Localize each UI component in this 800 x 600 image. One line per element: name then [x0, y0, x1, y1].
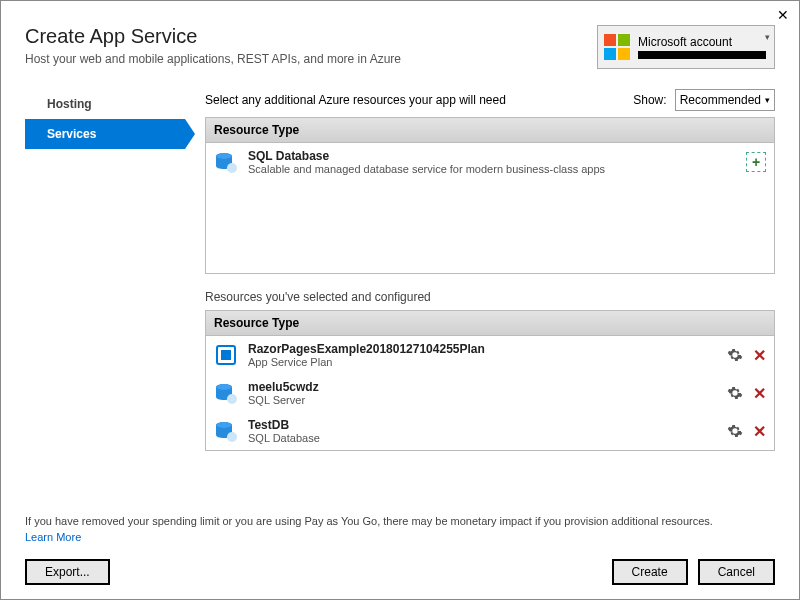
resource-desc: SQL Server [248, 394, 727, 406]
selected-resource-row: RazorPagesExample20180127104255Plan App … [206, 336, 774, 374]
resource-title: RazorPagesExample20180127104255Plan [248, 342, 727, 356]
resource-title: TestDB [248, 418, 727, 432]
selected-resource-row: TestDB SQL Database ✕ [206, 412, 774, 450]
available-resource-row[interactable]: SQL Database Scalable and managed databa… [206, 143, 774, 181]
gear-icon[interactable] [727, 347, 743, 363]
svg-rect-4 [221, 350, 231, 360]
svg-point-2 [227, 163, 237, 173]
account-label: Microsoft account [638, 35, 766, 49]
chevron-down-icon: ▾ [765, 32, 770, 42]
remove-icon[interactable]: ✕ [753, 384, 766, 403]
sql-database-icon [214, 419, 238, 443]
resource-desc: App Service Plan [248, 356, 727, 368]
sidebar: Hosting Services [25, 89, 185, 467]
sql-database-icon [214, 150, 238, 174]
show-filter-value: Recommended [680, 93, 761, 107]
create-button[interactable]: Create [612, 559, 688, 585]
show-filter-dropdown[interactable]: Recommended ▾ [675, 89, 775, 111]
intro-text: Select any additional Azure resources yo… [205, 93, 506, 107]
add-resource-button[interactable]: + [746, 152, 766, 172]
page-title: Create App Service [25, 25, 401, 48]
remove-icon[interactable]: ✕ [753, 422, 766, 441]
resource-desc: SQL Database [248, 432, 727, 444]
selected-resource-row: meelu5cwdz SQL Server ✕ [206, 374, 774, 412]
app-service-plan-icon [214, 343, 238, 367]
remove-icon[interactable]: ✕ [753, 346, 766, 365]
learn-more-link[interactable]: Learn More [25, 531, 81, 543]
available-resources-panel: Resource Type SQL Database Scalable and … [205, 117, 775, 274]
microsoft-logo-icon [604, 34, 630, 60]
svg-point-1 [216, 153, 232, 159]
resource-title: meelu5cwdz [248, 380, 727, 394]
nav-item-services[interactable]: Services [25, 119, 185, 149]
svg-point-9 [216, 422, 232, 428]
available-resources-header: Resource Type [206, 118, 774, 143]
gear-icon[interactable] [727, 423, 743, 439]
resource-title: SQL Database [248, 149, 746, 163]
close-icon[interactable]: ✕ [777, 7, 789, 23]
svg-point-10 [227, 432, 237, 442]
chevron-down-icon: ▾ [765, 95, 770, 105]
page-subtitle: Host your web and mobile applications, R… [25, 52, 401, 66]
selected-resources-panel: Resource Type RazorPagesExample201801271… [205, 310, 775, 451]
selected-resources-header: Resource Type [206, 311, 774, 336]
resource-desc: Scalable and managed database service fo… [248, 163, 746, 175]
account-email-redacted [638, 51, 766, 59]
disclaimer-text: If you have removed your spending limit … [25, 515, 775, 527]
cancel-button[interactable]: Cancel [698, 559, 775, 585]
show-label: Show: [633, 93, 666, 107]
svg-point-7 [227, 394, 237, 404]
sql-server-icon [214, 381, 238, 405]
gear-icon[interactable] [727, 385, 743, 401]
nav-item-hosting[interactable]: Hosting [25, 89, 185, 119]
selected-section-label: Resources you've selected and configured [205, 290, 775, 304]
svg-point-6 [216, 384, 232, 390]
account-dropdown[interactable]: Microsoft account ▾ [597, 25, 775, 69]
export-button[interactable]: Export... [25, 559, 110, 585]
